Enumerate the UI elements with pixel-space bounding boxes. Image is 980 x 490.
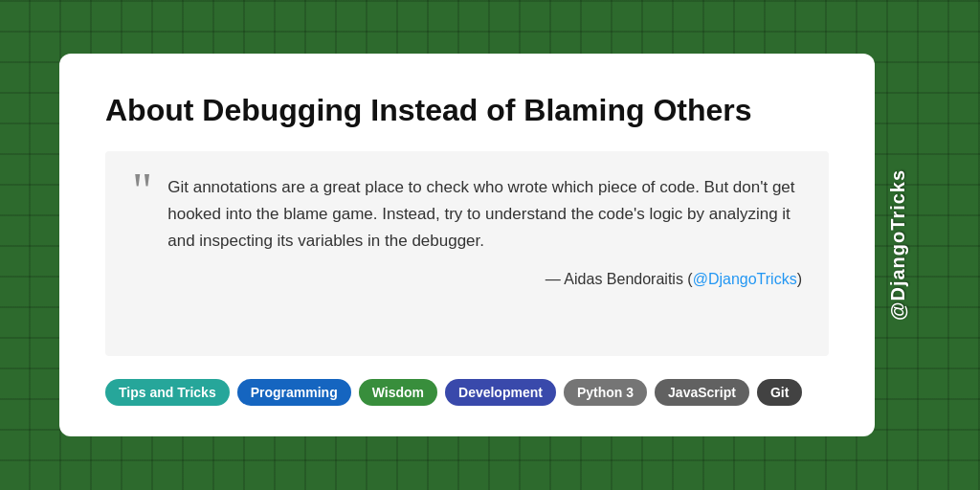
tag[interactable]: JavaScript	[655, 379, 749, 406]
attribution-suffix: )	[797, 271, 802, 287]
tag[interactable]: Development	[445, 379, 556, 406]
card-wrapper: About Debugging Instead of Blaming Other…	[59, 54, 921, 436]
tag[interactable]: Git	[757, 379, 802, 406]
quote-text: Git annotations are a great place to che…	[167, 174, 802, 255]
attribution-prefix: — Aidas Bendoraitis (	[546, 271, 693, 287]
tag[interactable]: Python 3	[564, 379, 647, 406]
tag[interactable]: Wisdom	[359, 379, 437, 406]
main-card: About Debugging Instead of Blaming Other…	[59, 54, 875, 436]
quote-content: Git annotations are a great place to che…	[167, 174, 802, 333]
quote-mark-icon: "	[132, 167, 152, 333]
tag[interactable]: Tips and Tricks	[105, 379, 230, 406]
attribution-handle: @DjangoTricks	[693, 271, 797, 287]
tags-row: Tips and TricksProgrammingWisdomDevelopm…	[105, 379, 829, 406]
side-label: @DjangoTricks	[875, 54, 921, 436]
quote-block: " Git annotations are a great place to c…	[105, 151, 829, 356]
quote-attribution: — Aidas Bendoraitis (@DjangoTricks)	[167, 271, 802, 288]
tag[interactable]: Programming	[237, 379, 351, 406]
card-title: About Debugging Instead of Blaming Other…	[105, 92, 829, 128]
